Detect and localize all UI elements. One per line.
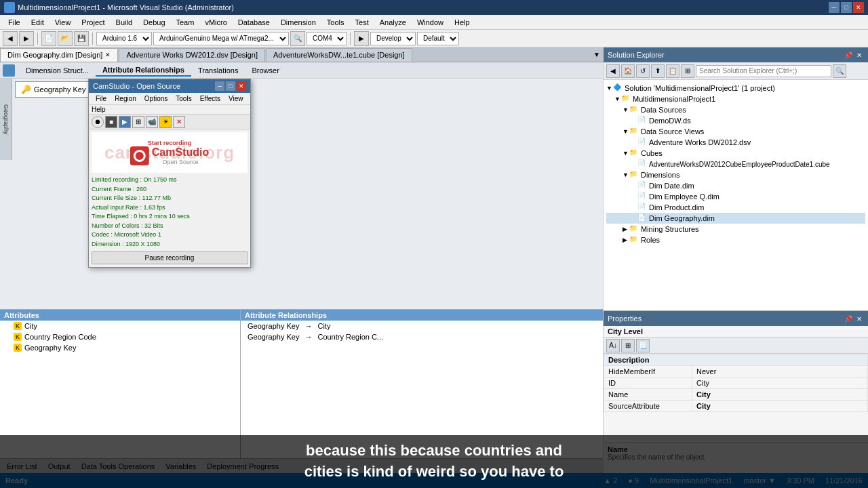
toolbar-search[interactable]: 🔍 [290,31,305,46]
solution-explorer-header: Solution Explorer 📌 ✕ [604,47,868,62]
menu-debug[interactable]: Debug [138,17,170,28]
tree-datasources[interactable]: ▼ 📁 Data Sources [606,104,865,115]
sol-props[interactable]: 📋 [666,64,679,78]
toolbar-save[interactable]: 💾 [74,31,89,46]
title-bar-title: MultidimensionalProject1 - Microsoft Vis… [18,3,829,12]
attr-item-city[interactable]: K City [0,321,240,331]
attr-item-country-region[interactable]: K Country Region Code [0,331,240,342]
port-select[interactable]: COM4 [307,32,347,45]
doc-tab-close-geography[interactable]: ✕ [105,52,111,58]
menu-build[interactable]: Build [111,17,138,28]
cam-record-btn[interactable]: ⏺ [92,116,104,128]
tree-mining[interactable]: ▶ 📁 Mining Structures [606,224,865,235]
menu-analyze[interactable]: Analyze [374,17,412,28]
minimize-button[interactable]: ─ [829,2,840,13]
prop-pin-icon[interactable]: 📌 [844,314,853,323]
rel-row-1: Geography Key → City [241,321,603,331]
cam-btn6[interactable]: ☀ [159,116,172,128]
menu-edit[interactable]: Edit [26,17,50,28]
tree-cubes[interactable]: ▼ 📁 Cubes [606,148,865,159]
tree-dim-geography[interactable]: 📄 Dim Geography.dim [606,213,865,224]
cam-help[interactable]: Help [89,105,250,115]
cam-btn7[interactable]: ✕ [173,116,185,128]
toolbar-back[interactable]: ◀ [3,31,18,46]
cam-menu-region[interactable]: Region [111,94,140,103]
arduino-mega-select[interactable]: Arduino/Genuino Mega w/ ATmega2... [153,32,289,45]
doc-tab-adventureworks[interactable]: Adventure Works DW2012.dsv [Design] [119,48,265,62]
tree-roles[interactable]: ▶ 📁 Roles [606,235,865,245]
menu-window[interactable]: Window [412,17,449,28]
develop-select[interactable]: Develop [370,32,416,45]
cam-menu-effects[interactable]: Effects [196,94,224,103]
menu-help[interactable]: Help [449,17,475,28]
menu-vmicro[interactable]: vMicro [199,17,232,28]
prop-categorized[interactable]: ⊞ [621,339,635,352]
tab-browser[interactable]: Browser [245,65,285,76]
cam-menu-tools[interactable]: Tools [172,94,195,103]
toolbar-open[interactable]: 📂 [58,31,73,46]
tree-dim-product[interactable]: 📄 Dim Product.dim [606,202,865,213]
sol-refresh[interactable]: ↺ [636,64,650,78]
toolbar-new[interactable]: 📄 [41,31,56,46]
geography-vertical-label: Geography [0,79,12,160]
tab-attribute-relationships[interactable]: Attribute Relationships [96,64,191,77]
doc-tab-cube[interactable]: AdventureWorksDW...te1.cube [Design] [266,48,412,62]
camstudio-maximize[interactable]: □ [226,81,235,91]
tree-dimensions[interactable]: ▼ 📁 Dimensions [606,169,865,180]
sol-filter[interactable]: ⊞ [681,64,694,78]
attr-item-geography-key[interactable]: K Geography Key [0,342,240,353]
prop-sort-alpha[interactable]: A↓ [606,339,620,352]
menu-tools[interactable]: Tools [321,17,350,28]
menu-test[interactable]: Test [350,17,374,28]
cam-menu-options[interactable]: Options [140,94,172,103]
menu-file[interactable]: File [3,17,26,28]
doc-tabs-overflow[interactable]: ▼ [591,49,603,60]
toolbar-forward[interactable]: ▶ [19,31,34,46]
tree-project[interactable]: ▼ 📁 MultidimensionalProject1 [606,94,865,104]
sol-close-icon[interactable]: ✕ [854,50,864,60]
cam-btn5[interactable]: 📹 [146,116,158,128]
default-select[interactable]: Default [417,32,459,45]
sol-home[interactable]: 🏠 [621,64,635,78]
tab-translations[interactable]: Translations [191,65,245,76]
camstudio-title-bar[interactable]: CamStudio - Open Source ─ □ ✕ [89,79,250,93]
toolbar-play[interactable]: ▶ [354,31,369,46]
caption-line2: cities is kind of weird so you have to [8,462,860,483]
menu-database[interactable]: Database [233,17,275,28]
prop-toolbar: A↓ ⊞ 📃 [604,338,868,354]
menu-project[interactable]: Project [76,17,110,28]
maximize-button[interactable]: □ [841,2,852,13]
cam-pause-button[interactable]: Pause recording [92,251,248,264]
tree-adventureworks-dsv[interactable]: 📄 Adventure Works DW2012.dsv [606,137,865,148]
camstudio-minimize[interactable]: ─ [215,81,224,91]
cam-menu-view[interactable]: View [224,94,248,103]
geography-key-box[interactable]: 🔑 Geography Key [15,81,92,98]
sol-collapse[interactable]: ⬆ [651,64,665,78]
cam-menu-file[interactable]: File [92,94,111,103]
tab-dimension-struct[interactable]: Dimension Struct... [19,65,96,76]
sol-search-input[interactable] [696,65,831,77]
cam-logo-main: CamStudio [152,146,209,159]
menu-view[interactable]: View [50,17,77,28]
sol-back[interactable]: ◀ [606,64,620,78]
tree-dim-date[interactable]: 📄 Dim Date.dim [606,180,865,191]
close-button[interactable]: ✕ [853,2,864,13]
tree-solution[interactable]: ▼ 🔷 Solution 'MultidimensionalProject1' … [606,83,865,94]
tree-cube-file[interactable]: 📄 AdventureWorksDW2012CubeEmployeeProduc… [606,159,865,169]
tree-dsv[interactable]: ▼ 📁 Data Source Views [606,126,865,137]
menu-team[interactable]: Team [171,17,200,28]
cam-btn4[interactable]: ⊞ [132,116,144,128]
tree-dim-employee[interactable]: 📄 Dim Employee Q.dim [606,191,865,202]
prop-pages[interactable]: 📃 [636,339,650,352]
cam-stop-btn[interactable]: ■ [105,116,117,128]
prop-close-icon[interactable]: ✕ [854,314,864,323]
camstudio-close[interactable]: ✕ [237,81,246,91]
cam-blue-btn[interactable]: ▶ [119,116,131,128]
attr-icon-country: K [14,333,22,341]
menu-dimension[interactable]: Dimension [275,17,321,28]
doc-tab-geography[interactable]: Dim Geography.dim [Design] ✕ [0,48,118,62]
sol-search-btn[interactable]: 🔍 [833,64,846,78]
arduino-board-select[interactable]: Arduino 1.6 [96,32,152,45]
tree-demodsv[interactable]: 📄 DemoDW.ds [606,115,865,126]
sol-pin-icon[interactable]: 📌 [844,50,853,60]
